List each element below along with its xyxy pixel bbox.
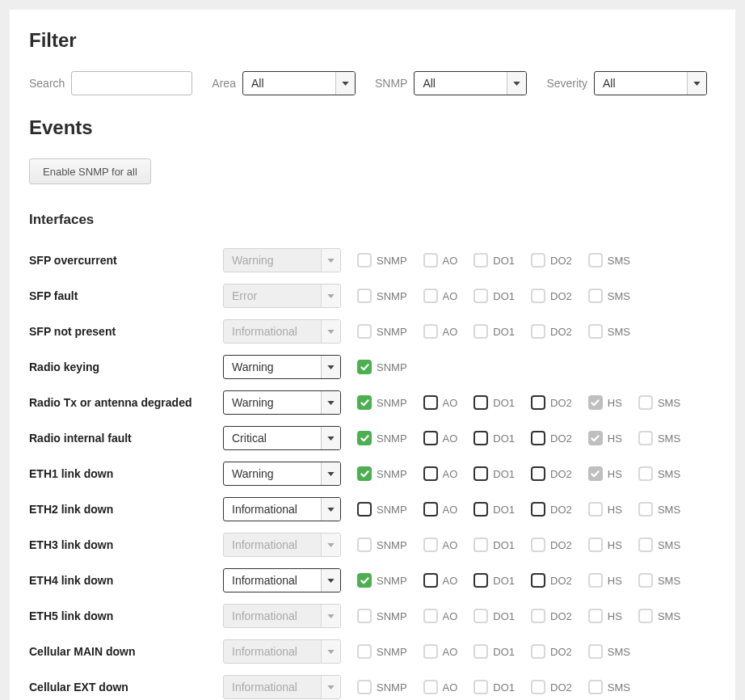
event-name: Radio Tx or antenna degraded <box>29 396 223 409</box>
filter-panel: Filter Search Area All SNMP All Severity… <box>10 10 735 700</box>
checkbox-label: HS <box>608 397 622 409</box>
chevron-down-icon <box>321 427 340 449</box>
checkbox-do2: DO2 <box>531 609 572 623</box>
severity-select[interactable]: Critical <box>223 426 341 450</box>
checkbox[interactable] <box>423 395 438 410</box>
checkbox-do2: DO2 <box>531 253 572 268</box>
event-row: ETH2 link downInformationalSNMPAODO1DO2H… <box>29 491 716 527</box>
checkbox-snmp: SNMP <box>357 609 407 623</box>
severity-select: Informational <box>223 675 341 699</box>
checkbox[interactable] <box>531 395 545 410</box>
checkbox[interactable] <box>474 395 488 410</box>
checkbox <box>474 680 488 694</box>
checkbox-label: SMS <box>658 468 680 480</box>
checkbox[interactable] <box>423 502 438 517</box>
checkbox-do2: DO2 <box>531 573 572 588</box>
severity-select[interactable]: Warning <box>223 390 341 415</box>
checkbox-label: DO1 <box>493 432 515 445</box>
event-row: SFP overcurrentWarningSNMPAODO1DO2SMS <box>29 242 716 278</box>
checkbox-group: SNMPAODO1DO2HSSMS <box>357 573 680 588</box>
severity-select-value: Warning <box>224 249 321 272</box>
severity-select-value: All <box>595 72 687 95</box>
checkbox-hs: HS <box>588 466 622 481</box>
checkbox <box>357 289 372 303</box>
checkbox[interactable] <box>423 466 438 481</box>
event-name: ETH2 link down <box>29 503 223 516</box>
checkbox[interactable] <box>474 573 488 588</box>
severity-select: Warning <box>223 248 341 272</box>
checkbox[interactable] <box>357 502 372 517</box>
event-row: SFP not presentInformationalSNMPAODO1DO2… <box>29 314 716 349</box>
severity-select[interactable]: Warning <box>223 355 341 379</box>
event-row: ETH5 link downInformationalSNMPAODO1DO2H… <box>29 598 716 634</box>
checkbox-hs: HS <box>588 538 622 552</box>
checkbox-snmp: SNMP <box>357 395 407 410</box>
enable-snmp-all-button[interactable]: Enable SNMP for all <box>29 158 151 184</box>
checkbox-group: SNMPAODO1DO2HSSMS <box>357 431 680 445</box>
checkbox <box>531 644 545 659</box>
snmp-select[interactable]: All <box>414 71 527 95</box>
severity-select-value: Informational <box>224 676 321 698</box>
checkbox[interactable] <box>531 466 545 481</box>
checkbox-ao: AO <box>423 395 458 410</box>
event-name: ETH1 link down <box>29 467 223 480</box>
checkbox <box>423 609 438 623</box>
checkbox-do2: DO2 <box>531 644 572 659</box>
checkbox-snmp: SNMP <box>357 680 407 694</box>
severity-select-value: Warning <box>224 356 321 378</box>
checkbox <box>474 253 488 268</box>
checkbox[interactable] <box>474 502 488 517</box>
checkbox-label: AO <box>443 504 458 516</box>
checkbox[interactable] <box>423 431 438 445</box>
area-select[interactable]: All <box>242 71 356 95</box>
checkbox[interactable] <box>474 466 488 481</box>
checkbox <box>588 253 603 268</box>
event-row: ETH4 link downInformationalSNMPAODO1DO2H… <box>29 563 716 598</box>
checkbox-do2: DO2 <box>531 289 572 303</box>
checkbox-label: SNMP <box>377 681 407 694</box>
checkbox-do2: DO2 <box>531 466 572 481</box>
checkbox-label: DO1 <box>493 290 515 302</box>
checkbox <box>638 538 653 552</box>
chevron-down-icon <box>321 391 340 414</box>
checkbox-do1: DO1 <box>474 466 515 481</box>
checkbox[interactable] <box>531 573 545 588</box>
severity-select[interactable]: Warning <box>223 462 341 486</box>
checkbox <box>423 644 438 659</box>
checkbox-label: AO <box>443 681 458 694</box>
checkbox-label: DO2 <box>550 326 572 338</box>
checkbox[interactable] <box>357 431 372 445</box>
severity-select[interactable]: Informational <box>223 568 341 592</box>
checkbox <box>638 431 653 445</box>
checkbox[interactable] <box>357 573 372 588</box>
severity-select-value: Informational <box>224 640 321 663</box>
checkbox <box>474 289 488 303</box>
checkbox[interactable] <box>531 502 545 517</box>
chevron-down-icon <box>321 569 340 592</box>
checkbox-label: SNMP <box>377 468 407 480</box>
checkbox-label: DO1 <box>493 397 515 409</box>
checkbox <box>357 609 372 623</box>
checkbox-sms: SMS <box>638 466 680 481</box>
checkbox-do1: DO1 <box>474 502 515 517</box>
checkbox <box>588 609 603 623</box>
checkbox[interactable] <box>357 466 372 481</box>
checkbox-sms: SMS <box>588 324 630 339</box>
checkbox[interactable] <box>423 573 438 588</box>
checkbox[interactable] <box>357 360 372 374</box>
event-name: SFP overcurrent <box>29 254 223 267</box>
checkbox-snmp: SNMP <box>357 253 407 268</box>
event-row: SFP faultErrorSNMPAODO1DO2SMS <box>29 278 716 314</box>
checkbox[interactable] <box>357 395 372 410</box>
checkbox-group: SNMPAODO1DO2HSSMS <box>357 395 680 410</box>
checkbox[interactable] <box>531 431 545 445</box>
search-input[interactable] <box>71 71 192 95</box>
checkbox-do1: DO1 <box>474 573 515 588</box>
severity-select[interactable]: All <box>594 71 707 95</box>
checkbox <box>588 395 603 410</box>
checkbox[interactable] <box>474 431 488 445</box>
checkbox <box>588 324 603 339</box>
checkbox-do2: DO2 <box>531 502 572 517</box>
checkbox-label: SNMP <box>377 610 407 622</box>
severity-select[interactable]: Informational <box>223 497 341 521</box>
